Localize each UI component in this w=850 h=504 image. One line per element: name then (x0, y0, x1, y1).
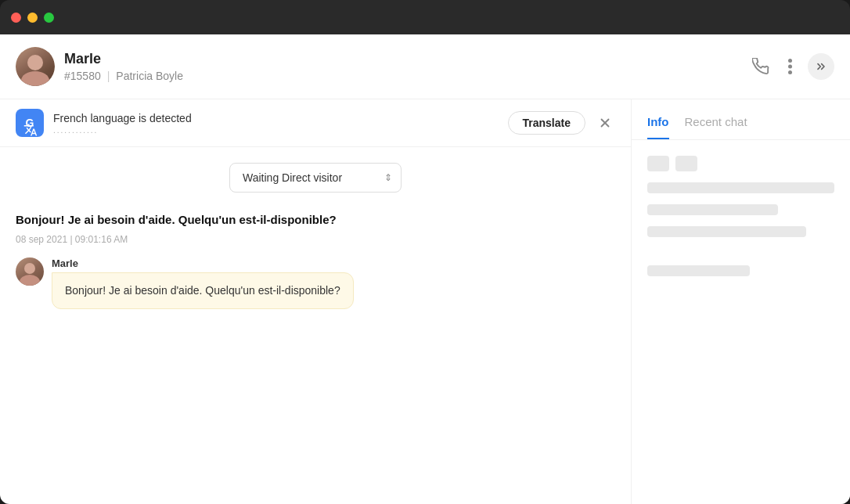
translation-dots: ............ (53, 126, 499, 135)
contact-avatar (16, 47, 55, 86)
contact-name: Marle (64, 51, 740, 68)
minimize-window-button[interactable] (27, 13, 38, 23)
chevron-right-icon (815, 60, 827, 73)
status-select-wrapper: Waiting Direct visitor Active Resolved P… (229, 163, 402, 193)
skeleton-block-6 (647, 265, 750, 276)
more-icon (788, 59, 792, 74)
translation-banner: G French language is detected ..........… (0, 99, 631, 147)
chat-header: Marle #15580 | Patricia Boyle (0, 34, 850, 99)
close-window-button[interactable] (11, 13, 21, 23)
translate-button[interactable]: Translate (508, 111, 585, 135)
fullscreen-window-button[interactable] (44, 13, 54, 23)
header-actions (749, 53, 834, 80)
header-info: Marle #15580 | Patricia Boyle (64, 51, 740, 82)
main-layout: G French language is detected ..........… (0, 99, 850, 504)
agent-message-content: Marle Bonjour! Je ai besoin d'aide. Quel… (52, 257, 354, 309)
agent-message-row: Marle Bonjour! Je ai besoin d'aide. Quel… (16, 257, 615, 309)
meta-divider: | (107, 70, 110, 82)
phone-icon (752, 58, 769, 75)
spacer (647, 248, 834, 254)
google-translate-icon: G (16, 109, 44, 137)
phone-button[interactable] (749, 55, 773, 78)
svg-point-2 (788, 70, 792, 74)
skeleton-block-2 (675, 156, 697, 171)
app-content: Marle #15580 | Patricia Boyle (0, 34, 850, 504)
detected-language-text: French language is detected (53, 112, 499, 124)
skeleton-row-5 (647, 265, 834, 276)
status-dropdown-row: Waiting Direct visitor Active Resolved P… (16, 163, 615, 193)
contact-meta: #15580 | Patricia Boyle (64, 70, 740, 82)
skeleton-block-3 (647, 182, 834, 193)
agent-avatar (16, 257, 44, 286)
agent-bubble: Bonjour! Je ai besoin d'aide. Quelqu'un … (52, 272, 354, 309)
panel-content (632, 140, 850, 504)
skeleton-block-5 (647, 226, 806, 237)
translate-icon-text: G (26, 117, 34, 129)
chat-area: G French language is detected ..........… (0, 99, 631, 504)
titlebar (0, 0, 850, 34)
contact-agent: Patricia Boyle (116, 70, 183, 82)
right-panel-tabs: Info Recent chat (632, 99, 850, 140)
right-panel: Info Recent chat (631, 99, 850, 504)
skeleton-block-1 (647, 156, 669, 171)
visitor-message-text: Bonjour! Je ai besoin d'aide. Quelqu'un … (16, 211, 615, 229)
skeleton-row-1 (647, 156, 834, 171)
skeleton-row-3 (647, 204, 834, 215)
svg-point-1 (788, 65, 792, 69)
skeleton-row-2 (647, 182, 834, 193)
expand-button[interactable] (808, 53, 834, 80)
skeleton-row-4 (647, 226, 834, 237)
contact-id: #15580 (64, 70, 101, 82)
close-icon (598, 116, 612, 130)
message-timestamp: 08 sep 2021 | 09:01:16 AM (16, 234, 615, 245)
more-button[interactable] (785, 56, 795, 77)
translate-symbol (23, 123, 38, 137)
translation-text: French language is detected ............ (53, 112, 499, 135)
close-banner-button[interactable] (595, 113, 615, 133)
agent-name: Marle (52, 257, 354, 269)
tab-info[interactable]: Info (647, 115, 669, 139)
svg-point-0 (788, 59, 792, 63)
app-window: Marle #15580 | Patricia Boyle (0, 0, 850, 504)
chat-messages: Waiting Direct visitor Active Resolved P… (0, 147, 631, 504)
skeleton-block-4 (647, 204, 778, 215)
status-select[interactable]: Waiting Direct visitor Active Resolved P… (229, 163, 402, 193)
tab-recent-chat[interactable]: Recent chat (685, 115, 747, 139)
visitor-message: Bonjour! Je ai besoin d'aide. Quelqu'un … (16, 211, 615, 245)
